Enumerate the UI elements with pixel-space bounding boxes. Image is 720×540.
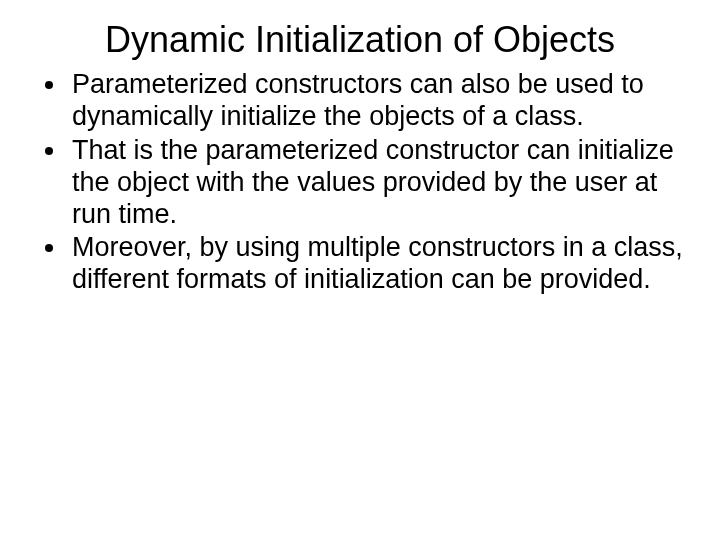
list-item: Moreover, by using multiple constructors…	[68, 232, 684, 296]
slide-title: Dynamic Initialization of Objects	[36, 18, 684, 61]
list-item: That is the parameterized constructor ca…	[68, 135, 684, 231]
slide: Dynamic Initialization of Objects Parame…	[0, 0, 720, 540]
bullet-list: Parameterized constructors can also be u…	[36, 69, 684, 296]
list-item: Parameterized constructors can also be u…	[68, 69, 684, 133]
